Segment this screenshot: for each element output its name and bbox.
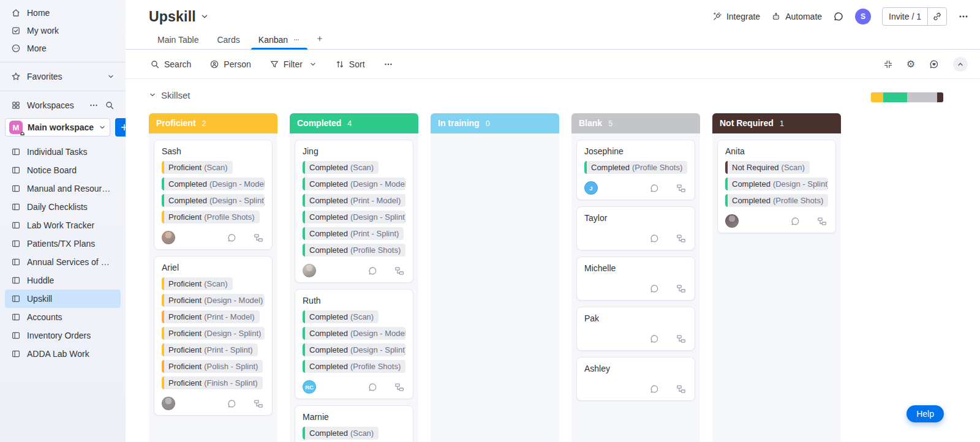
kanban-card-anita[interactable]: AnitaNot Required(Scan)Completed(Design … <box>717 140 836 233</box>
card-label[interactable]: Proficient(Print - Model) <box>162 310 265 323</box>
card-avatar[interactable]: RC <box>303 380 316 394</box>
tab-kanban[interactable]: Kanban <box>250 32 309 49</box>
card-label[interactable]: Proficient(Finish - Splint) <box>162 376 265 389</box>
sidebar-board-individual-tasks[interactable]: Individual Tasks <box>5 143 121 161</box>
card-label[interactable]: Completed(Design - Splint) <box>725 178 828 190</box>
kanban-card-michelle[interactable]: Michelle <box>576 257 695 301</box>
collapse-view-icon[interactable] <box>883 59 893 69</box>
filter-button[interactable]: Filter <box>270 59 317 69</box>
invite-button[interactable]: Invite / 1 <box>883 8 927 25</box>
card-label[interactable]: Proficient(Scan) <box>162 161 265 174</box>
sidebar-board-upskill[interactable]: Upskill <box>5 290 121 308</box>
card-subitems-icon[interactable] <box>676 183 686 193</box>
sidebar-board-manual-and-resources[interactable]: Manual and Resources <box>5 179 121 198</box>
card-avatar-photo[interactable] <box>162 397 175 410</box>
sidebar-board-huddle[interactable]: Huddle <box>5 271 121 290</box>
column-header-completed[interactable]: Completed4 <box>290 113 418 133</box>
sidebar-item-home[interactable]: Home <box>5 4 121 21</box>
column-header-blank[interactable]: Blank5 <box>571 113 700 133</box>
add-board-button[interactable] <box>115 118 126 137</box>
card-chat-icon[interactable] <box>227 233 237 243</box>
card-label[interactable]: Completed(Profile Shots) <box>303 244 405 257</box>
search-icon[interactable] <box>105 100 115 110</box>
group-header[interactable]: Skillset <box>149 89 980 101</box>
board-title-chevron-icon[interactable] <box>200 12 209 21</box>
card-label[interactable]: Completed(Profile Shots) <box>584 161 687 174</box>
card-label[interactable]: Completed(Scan) <box>303 310 405 323</box>
card-subitems-icon[interactable] <box>816 216 827 227</box>
sidebar-board-adda-lab-work[interactable]: ADDA Lab Work <box>5 345 121 363</box>
sidebar-board-annual-services-of-equipme[interactable]: Annual Services of Equipme... <box>5 253 121 271</box>
search-button[interactable]: Search <box>150 59 191 69</box>
sidebar-board-accounts[interactable]: Accounts <box>5 308 121 326</box>
sidebar-board-inventory-orders[interactable]: Inventory Orders <box>5 326 121 345</box>
card-label[interactable]: Completed(Print - Splint) <box>303 227 405 240</box>
sort-button[interactable]: Sort <box>335 59 365 69</box>
card-subitems-icon[interactable] <box>253 399 263 409</box>
chevron-down-icon[interactable] <box>107 73 115 80</box>
card-label[interactable]: Completed(Profile Shots) <box>725 194 828 207</box>
workspaces-menu-icon[interactable] <box>89 100 99 110</box>
card-chat-icon[interactable] <box>649 183 660 193</box>
card-chat-icon[interactable] <box>368 382 378 392</box>
card-label[interactable]: Completed(Print - Model) <box>303 194 405 207</box>
sidebar-item-favorites[interactable]: Favorites <box>5 67 121 86</box>
card-subitems-icon[interactable] <box>676 283 686 294</box>
card-label[interactable]: Proficient(Design - Model) <box>162 294 265 307</box>
tab-cards[interactable]: Cards <box>208 32 248 49</box>
card-label[interactable]: Completed(Design - Model) <box>162 178 265 190</box>
kanban-card-ashley[interactable]: Ashley <box>576 357 695 401</box>
card-chat-icon[interactable] <box>649 233 660 244</box>
sidebar-board-patients-tx-plans[interactable]: Patients/TX Plans <box>5 234 121 253</box>
card-subitems-icon[interactable] <box>394 382 404 392</box>
card-label[interactable]: Proficient(Print - Splint) <box>162 343 265 356</box>
kanban-card-ruth[interactable]: RuthCompleted(Scan)Completed(Design - Mo… <box>295 289 413 399</box>
sidebar-board-daily-checklists[interactable]: Daily Checklists <box>5 198 121 216</box>
feedback-icon[interactable] <box>929 59 940 70</box>
settings-gear-icon[interactable]: ⚙ <box>907 59 915 69</box>
card-chat-icon[interactable] <box>649 283 660 294</box>
column-header-in-training[interactable]: In training0 <box>431 113 559 133</box>
board-menu-icon[interactable] <box>958 11 969 22</box>
card-label[interactable]: Completed(Design - Splint) <box>303 343 405 356</box>
user-avatar[interactable]: S <box>855 9 871 24</box>
sidebar-item-my-work[interactable]: My work <box>5 22 121 39</box>
card-avatar[interactable]: J <box>584 181 598 195</box>
kanban-card-ariel[interactable]: ArielProficient(Scan)Proficient(Design -… <box>154 256 273 416</box>
chevron-down-icon[interactable] <box>309 61 317 68</box>
card-label[interactable]: Proficient(Scan) <box>162 277 265 290</box>
card-chat-icon[interactable] <box>790 216 801 227</box>
card-label[interactable]: Not Required(Scan) <box>725 161 828 174</box>
column-header-not-required[interactable]: Not Required1 <box>712 113 841 133</box>
workspace-selector[interactable]: M ⌂ Main workspace <box>5 118 110 137</box>
card-label[interactable]: Proficient(Design - Splint) <box>162 327 265 340</box>
kanban-card-josephine[interactable]: JosephineCompleted(Profile Shots)J <box>576 140 695 200</box>
card-avatar-photo[interactable] <box>725 214 739 228</box>
card-label[interactable]: Proficient(Polish - Splint) <box>162 360 265 373</box>
card-subitems-icon[interactable] <box>676 233 686 244</box>
card-avatar-photo[interactable] <box>162 231 175 244</box>
copy-link-button[interactable] <box>927 8 946 25</box>
card-label[interactable]: Completed(Scan) <box>303 161 405 174</box>
card-chat-icon[interactable] <box>368 266 378 276</box>
card-label[interactable]: Completed(Design - Model) <box>303 178 405 190</box>
group-collapse-chevron-icon[interactable] <box>149 91 156 99</box>
add-view-button[interactable] <box>310 31 330 49</box>
kanban-card-marnie[interactable]: MarnieCompleted(Scan)Completed(Profile S… <box>295 405 413 442</box>
card-label[interactable]: Completed(Scan) <box>303 427 405 440</box>
card-label[interactable]: Completed(Design - Model) <box>303 327 405 340</box>
card-subitems-icon[interactable] <box>676 384 686 394</box>
card-subitems-icon[interactable] <box>394 266 404 276</box>
card-chat-icon[interactable] <box>649 384 660 394</box>
help-button[interactable]: Help <box>907 405 944 422</box>
sidebar-board-lab-work-tracker[interactable]: Lab Work Tracker <box>5 216 121 234</box>
kanban-card-taylor[interactable]: Taylor <box>576 206 695 250</box>
automate-button[interactable]: Automate <box>771 12 822 21</box>
card-chat-icon[interactable] <box>649 334 660 344</box>
column-header-proficient[interactable]: Proficient2 <box>149 113 277 133</box>
toolbar-more-icon[interactable] <box>383 59 393 69</box>
card-label[interactable]: Completed(Design - Splint) <box>303 211 405 223</box>
card-chat-icon[interactable] <box>227 399 237 409</box>
chat-bubble-icon[interactable] <box>833 11 844 22</box>
card-subitems-icon[interactable] <box>253 233 263 243</box>
